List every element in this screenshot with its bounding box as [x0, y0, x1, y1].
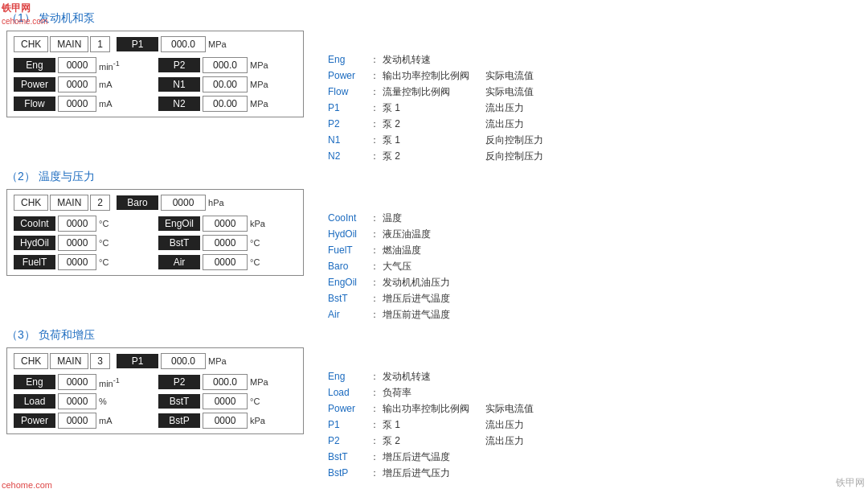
baro-unit: hPa [208, 198, 232, 207]
legend2-bstt: BstT ： 增压后进气温度 [328, 292, 479, 306]
section1-data: Eng 0000 min-1 Power 0000 mA Flow 0000 [14, 57, 297, 112]
bstt-unit-2: °C [250, 238, 274, 248]
flow-label-1: Flow [14, 97, 55, 111]
bstt-value-2: 0000 [203, 235, 248, 251]
power-value-3: 0000 [58, 413, 96, 429]
watermark-top: 铁甲网cehome.com [2, 2, 47, 27]
power-value-1: 0000 [58, 76, 96, 92]
hydoil-value: 0000 [58, 235, 96, 251]
legend1-n1: N1 ： 泵 1 反向控制压力 [328, 134, 543, 147]
bstt-unit-3: °C [250, 396, 274, 406]
load-value-3: 0000 [58, 393, 96, 409]
legend3-load: Load ： 负荷率 [328, 386, 534, 400]
p2-unit-1: MPa [250, 60, 274, 70]
legend3-bstp: BstP ： 增压后进气压力 [328, 466, 534, 480]
num-label-3: 3 [90, 353, 110, 369]
n2-label-1: N2 [158, 97, 200, 111]
section3-header: CHK MAIN 3 P1 000.0 MPa [14, 353, 297, 369]
eng-value-1: 0000 [58, 57, 96, 73]
flow-unit-1: mA [99, 99, 123, 109]
section2-data: CooInt 0000 °C HydOil 0000 °C FuelT 0000… [14, 216, 297, 270]
air-row: Air 0000 °C [158, 254, 297, 270]
air-label: Air [158, 255, 200, 269]
bstp-value-3: 0000 [203, 413, 248, 429]
legend2-hydoil: HydOil ： 液压油温度 [328, 228, 479, 241]
fuelt-unit: °C [99, 257, 123, 267]
baro-value: 0000 [161, 195, 206, 211]
section1-panel: CHK MAIN 1 P1 000.0 MPa Eng 0000 mi [6, 31, 304, 117]
section2-row: CHK MAIN 2 Baro 0000 hPa CooInt 0000 °C [6, 189, 862, 322]
bstp-unit-3: kPa [250, 416, 274, 425]
eng-unit-3: min-1 [99, 376, 123, 388]
legend3-p1: P1 ： 泵 1 流出压力 [328, 418, 534, 432]
cooint-row: CooInt 0000 °C [14, 216, 152, 232]
power-label-3: Power [14, 413, 55, 428]
n2-unit-1: MPa [250, 99, 274, 109]
section1-row: CHK MAIN 1 P1 000.0 MPa Eng 0000 mi [6, 31, 862, 163]
section1-title: （1） 发动机和泵 [6, 11, 862, 26]
eng-label-1: Eng [14, 58, 55, 72]
cooint-value: 0000 [58, 216, 96, 232]
legend3-eng: Eng ： 发动机转速 [328, 370, 534, 384]
watermark-bottom-left: cehome.com [2, 480, 52, 490]
section2-header: CHK MAIN 2 Baro 0000 hPa [14, 195, 297, 211]
bstp-row-3: BstP 0000 kPa [158, 413, 297, 429]
legend1-flow: Flow ： 流量控制比例阀 实际电流值 [328, 85, 543, 99]
p1-value-1: 000.0 [161, 36, 206, 52]
flow-value-1: 0000 [58, 96, 96, 112]
engoil-value: 0000 [203, 216, 248, 232]
bstt-row-2: BstT 0000 °C [158, 235, 297, 251]
eng-unit-1: min-1 [99, 60, 123, 72]
section1-legend: Eng ： 发动机转速 Power ： 输出功率控制比例阀 实际电流值 Flow… [328, 31, 543, 163]
section2-left-col: CooInt 0000 °C HydOil 0000 °C FuelT 0000… [14, 216, 152, 270]
load-unit-3: % [99, 396, 123, 406]
section2-panel: CHK MAIN 2 Baro 0000 hPa CooInt 0000 °C [6, 189, 304, 276]
bstp-label-3: BstP [158, 413, 200, 428]
legend3-p2: P2 ： 泵 2 流出压力 [328, 434, 534, 448]
p2-value-3: 000.0 [203, 374, 248, 390]
n2-value-1: 00.00 [203, 96, 248, 112]
section3-data: Eng 0000 min-1 Load 0000 % Power 0000 mA [14, 374, 297, 429]
eng-label-3: Eng [14, 375, 55, 389]
n2-row-1: N2 00.00 MPa [158, 96, 297, 112]
air-value: 0000 [203, 254, 248, 270]
n1-label-1: N1 [158, 77, 200, 92]
legend3-bstt: BstT ： 增压后进气温度 [328, 450, 534, 464]
legend1-n2: N2 ： 泵 2 反向控制压力 [328, 150, 543, 163]
hydoil-label: HydOil [14, 236, 55, 250]
main-label-3: MAIN [50, 353, 88, 369]
fuelt-label: FuelT [14, 255, 55, 269]
cooint-label: CooInt [14, 216, 55, 231]
section3-legend: Eng ： 发动机转速 Load ： 负荷率 Power ： 输出功率控制比例阀… [328, 347, 534, 480]
p2-label-1: P2 [158, 58, 200, 72]
p2-row-1: P2 000.0 MPa [158, 57, 297, 73]
power-row-3: Power 0000 mA [14, 413, 152, 429]
eng-value-3: 0000 [58, 374, 96, 390]
load-label-3: Load [14, 394, 55, 409]
chk-label-2: CHK [14, 195, 48, 211]
eng-row-3: Eng 0000 min-1 [14, 374, 152, 390]
n1-row-1: N1 00.00 MPa [158, 76, 297, 92]
fuelt-value: 0000 [58, 254, 96, 270]
hydoil-row: HydOil 0000 °C [14, 235, 152, 251]
bstt-label-3: BstT [158, 394, 200, 409]
main-label-1: MAIN [50, 36, 88, 52]
p2-value-1: 000.0 [203, 57, 248, 73]
power-label-1: Power [14, 77, 55, 92]
engoil-row: EngOil 0000 kPa [158, 216, 297, 232]
chk-label-3: CHK [14, 353, 48, 369]
main-container: （1） 发动机和泵 CHK MAIN 1 P1 000.0 MPa [0, 0, 868, 488]
legend1-p2: P2 ： 泵 2 流出压力 [328, 117, 543, 131]
legend1-p1: P1 ： 泵 1 流出压力 [328, 101, 543, 115]
section1-header: CHK MAIN 1 P1 000.0 MPa [14, 36, 297, 52]
legend2-engoil: EngOil ： 发动机机油压力 [328, 276, 479, 290]
legend3-power: Power ： 输出功率控制比例阀 实际电流值 [328, 402, 534, 416]
eng-row-1: Eng 0000 min-1 [14, 57, 152, 73]
section3-right-col: P2 000.0 MPa BstT 0000 °C BstP 0000 kPa [158, 374, 297, 429]
air-unit: °C [250, 257, 274, 267]
engoil-label: EngOil [158, 216, 200, 231]
hydoil-unit: °C [99, 238, 123, 248]
watermark-bottom-right: 铁甲网 [836, 476, 865, 490]
flow-row-1: Flow 0000 mA [14, 96, 152, 112]
p1-value-3: 000.0 [161, 353, 206, 369]
